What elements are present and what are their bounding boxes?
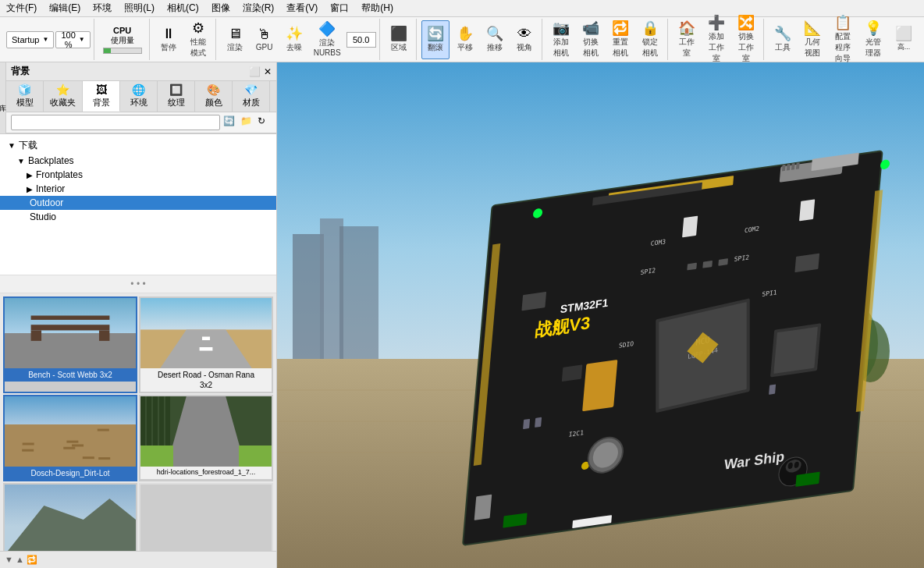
lock-camera-label: 锁定 相机 <box>642 37 658 59</box>
add-camera-button[interactable]: 📷 添加 相机 <box>547 20 575 59</box>
add-studio-icon: ➕ <box>708 16 725 30</box>
viewport[interactable]: MCU LQFP-144 STM32F1 战舰V3 War Ship SPI2 … <box>277 62 924 568</box>
thumbnail-bench[interactable]: Bench - Scott Webb 3x2 <box>3 296 137 393</box>
toggle-backplates: ▼ <box>17 157 25 165</box>
performance-button[interactable]: ⚙ 性能 模式 <box>184 20 212 59</box>
thumbnail-empty[interactable] <box>139 483 273 551</box>
add-studio-button[interactable]: ➕ 添加 工作室 <box>702 20 730 59</box>
tree-item-backplates[interactable]: ▼ Backplates <box>0 154 276 168</box>
cut-camera-label: 切换 相机 <box>583 37 599 59</box>
panel-float-btn[interactable]: ⬜ <box>249 66 261 77</box>
thumb-empty-canvas <box>140 485 272 551</box>
menu-edit[interactable]: 编辑(E) <box>46 1 84 16</box>
menu-render[interactable]: 渲染(R) <box>240 1 278 16</box>
cpu-group: CPU 使用量 <box>96 19 150 60</box>
pan-button[interactable]: ✋ 平移 <box>451 20 479 59</box>
panel-title-controls: ⬜ ✕ <box>249 66 272 77</box>
tab-environment[interactable]: 🌐 环境 <box>120 81 158 112</box>
nurbs-button[interactable]: 🔷 渲染 NURBS <box>310 20 345 59</box>
light-mgr-button[interactable]: 💡 光管理器 <box>858 20 888 59</box>
tab-color[interactable]: 🎨 颜色 <box>195 81 233 112</box>
region-label: 区域 <box>391 42 407 53</box>
cpu-bar <box>104 48 112 53</box>
tree-item-studio[interactable]: Studio <box>0 210 276 224</box>
region-button[interactable]: ⬛ 区域 <box>385 20 413 59</box>
tab-material-label: 材质 <box>243 97 260 108</box>
thumb-desert-canvas <box>140 298 272 368</box>
lock-camera-button[interactable]: 🔒 锁定 相机 <box>636 20 664 59</box>
gpu-button[interactable]: 🖱 GPU <box>251 20 279 59</box>
panel-close-btn[interactable]: ✕ <box>264 66 272 77</box>
thumb-forest-canvas <box>140 396 272 467</box>
tools-button[interactable]: 🔧 工具 <box>769 20 797 59</box>
config-button[interactable]: 📋 配置程序 向导 <box>828 20 858 59</box>
tab-background[interactable]: 🖼 背景 <box>83 81 120 112</box>
tree-item-download[interactable]: ▼ 下载 <box>0 137 276 154</box>
tools-group: 🔧 工具 📐 几何 视图 📋 配置程序 向导 💡 光管理器 ⬜ 高... <box>766 19 921 60</box>
viewpoint-button[interactable]: 👁 视角 <box>510 20 538 59</box>
search-folder-btn[interactable]: 📁 <box>240 115 254 130</box>
thumbnail-dirt[interactable]: Dosch-Design_Dirt-Lot <box>3 395 137 481</box>
denoise-button[interactable]: ✨ 去噪 <box>280 20 308 59</box>
tree-item-interior[interactable]: ▶ Interior <box>0 182 276 196</box>
favorites-tab-icon: ⭐ <box>56 83 69 96</box>
tab-material[interactable]: 💎 材质 <box>233 81 270 112</box>
svg-rect-3 <box>339 226 378 375</box>
pan-icon: ✋ <box>457 27 474 41</box>
svg-rect-16 <box>787 164 791 171</box>
percent-dropdown[interactable]: 100 % ▼ <box>55 31 90 48</box>
pause-icon: ⏸ <box>162 27 176 41</box>
search-sync-btn[interactable]: ↻ <box>258 115 272 130</box>
render-button[interactable]: 🖥 渲染 <box>221 20 249 59</box>
nurbs-value-input[interactable] <box>346 32 376 48</box>
separator-dots: • • • <box>0 275 276 293</box>
menu-env[interactable]: 环境 <box>90 1 115 16</box>
toggle-download: ▼ <box>8 141 16 150</box>
studio-group: 🏠 工作室 ➕ 添加 工作室 🔀 切换 工作室 <box>670 19 764 60</box>
tab-model[interactable]: 🧊 模型 <box>6 81 44 112</box>
percent-arrow: ▼ <box>79 36 85 43</box>
flip-button[interactable]: 🔄 翻滚 <box>421 20 450 59</box>
cut-camera-icon: 📹 <box>582 21 599 35</box>
cut-camera-button[interactable]: 📹 切换 相机 <box>577 20 605 59</box>
toggle-interior: ▶ <box>27 185 33 193</box>
menu-file[interactable]: 文件(F) <box>3 1 40 16</box>
tab-color-label: 颜色 <box>205 97 222 108</box>
tab-favorites[interactable]: ⭐ 收藏夹 <box>44 81 83 112</box>
menu-help[interactable]: 帮助(H) <box>358 1 396 16</box>
startup-arrow: ▼ <box>42 36 48 43</box>
svg-rect-45 <box>535 417 542 428</box>
extra-button[interactable]: ⬜ 高... <box>890 20 918 59</box>
tree-item-outdoor[interactable]: Outdoor <box>0 196 276 210</box>
left-panel: 库 背景 ⬜ ✕ 🧊 模型 ⭐ <box>0 62 277 568</box>
texture-tab-icon: 🔲 <box>169 83 183 96</box>
tree-item-frontplates[interactable]: ▶ Frontplates <box>0 168 276 182</box>
thumbnail-mountain[interactable] <box>3 483 137 551</box>
add-camera-icon: 📷 <box>553 21 570 35</box>
menu-view[interactable]: 查看(V) <box>283 1 321 16</box>
startup-dropdown[interactable]: Startup ▼ <box>6 31 54 48</box>
viewpoint-icon: 👁 <box>517 27 531 41</box>
menu-window[interactable]: 窗口 <box>327 1 352 16</box>
push-button[interactable]: 🔍 推移 <box>481 20 509 59</box>
pause-button[interactable]: ⏸ 暂停 <box>155 20 183 59</box>
menu-camera[interactable]: 相机(C) <box>164 1 202 16</box>
thumbnail-forest[interactable]: hdri-locations_forestroad_1_7... <box>139 395 273 481</box>
menu-image[interactable]: 图像 <box>208 1 233 16</box>
usage-label: 使用量 <box>111 35 134 46</box>
tab-favorites-label: 收藏夹 <box>50 97 76 108</box>
nurbs-icon: 🔷 <box>318 22 336 36</box>
search-refresh-btn[interactable]: 🔄 <box>223 115 237 130</box>
geometry-button[interactable]: 📐 几何 视图 <box>798 20 826 59</box>
cut-studio-button[interactable]: 🔀 切换 工作室 <box>732 20 760 59</box>
svg-rect-64 <box>799 199 815 221</box>
thumb-mountain-canvas <box>5 485 136 551</box>
menu-light[interactable]: 照明(L) <box>121 1 158 16</box>
toolbar: Startup ▼ 100 % ▼ CPU 使用量 ⏸ 暂停 ⚙ 性能 模式 � <box>0 17 924 62</box>
search-input[interactable] <box>11 115 220 130</box>
render-group: 🖥 渲染 🖱 GPU ✨ 去噪 🔷 渲染 NURBS <box>218 19 380 60</box>
thumbnail-desert[interactable]: Desert Road - Osman Rana 3x2 <box>139 296 273 393</box>
studio-button[interactable]: 🏠 工作室 <box>673 20 701 59</box>
tab-texture[interactable]: 🔲 纹理 <box>158 81 195 112</box>
reset-camera-button[interactable]: 🔁 重置 相机 <box>606 20 634 59</box>
